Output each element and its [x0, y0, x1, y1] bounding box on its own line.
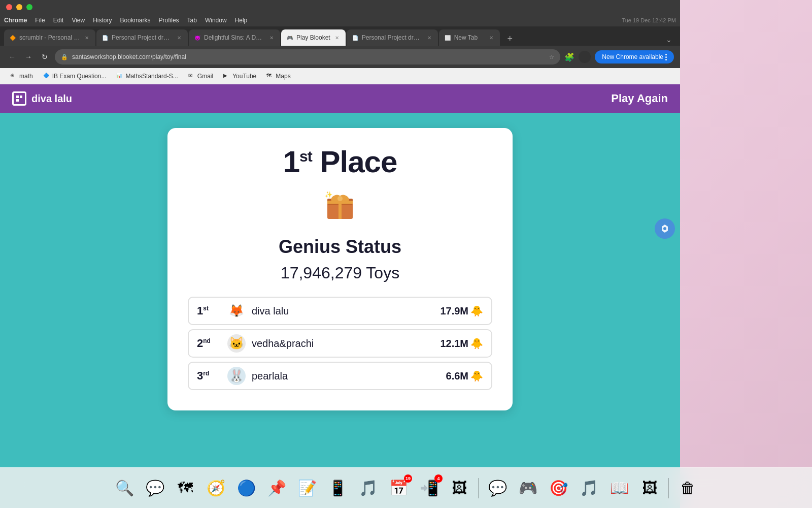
dock-trash[interactable]: 🗑: [674, 474, 701, 502]
title-bar: [0, 0, 680, 14]
dock-notes[interactable]: 📝: [293, 474, 321, 502]
clock: Tue 19 Dec 12:42 PM: [622, 17, 676, 23]
new-tab-button[interactable]: +: [503, 31, 517, 46]
menu-history[interactable]: History: [93, 17, 112, 24]
bookmark-math[interactable]: ✳ math: [6, 71, 37, 82]
url-bar[interactable]: 🔒 santasworkshop.blooket.com/play/toy/fi…: [55, 49, 560, 65]
tab-close-scrumblr[interactable]: ✕: [83, 34, 90, 41]
place-suffix: st: [299, 148, 312, 165]
maximize-button[interactable]: [26, 4, 32, 10]
toys-count: 17,946,279 Toys: [281, 264, 399, 282]
dock-roblox[interactable]: 🎮: [514, 474, 542, 502]
dock-chrome[interactable]: 🔵: [232, 474, 260, 502]
dock-maps[interactable]: 🗺: [172, 474, 199, 502]
tab-title: New Tab: [454, 34, 485, 41]
tab-favicon: ⬜: [444, 34, 451, 41]
tab-project1[interactable]: 📄 Personal Project draf... ✕: [96, 29, 188, 46]
character-emoji: ✨: [322, 187, 358, 228]
bookmark-maths[interactable]: 📊 MathsStandard-S...: [112, 71, 182, 82]
score-2: 12.1M: [440, 338, 468, 350]
tab-title: scrumblr - Personal P...: [19, 34, 80, 41]
score-1: 17.9M: [440, 305, 468, 317]
address-actions: 🧩 New Chrome available: [564, 50, 674, 64]
minimize-button[interactable]: [16, 4, 22, 10]
svg-text:✨: ✨: [325, 190, 332, 198]
extension-icon[interactable]: 🧩: [564, 52, 574, 62]
menu-tab[interactable]: Tab: [187, 17, 197, 24]
tab-close-newtab[interactable]: ✕: [488, 34, 495, 41]
tab-newtab[interactable]: ⬜ New Tab ✕: [439, 29, 500, 46]
rank-number: 1: [197, 304, 203, 317]
tab-favicon: 📄: [101, 34, 109, 41]
tab-blooket[interactable]: 🎮 Play Blooket ✕: [281, 29, 346, 46]
tab-close-project1[interactable]: ✕: [176, 34, 183, 41]
forward-button[interactable]: →: [22, 51, 35, 63]
tab-close-delightful[interactable]: ✕: [268, 34, 275, 41]
lock-icon: 🔒: [61, 54, 68, 60]
menu-bar: Chrome File Edit View History Bookmarks …: [0, 14, 680, 26]
tab-title: Personal Project draf...: [362, 34, 423, 41]
dock-iphone[interactable]: 📱: [324, 474, 351, 502]
tab-delightful[interactable]: 😈 Delightful Sins: A Dar... ✕: [189, 29, 280, 46]
tab-scrumblr[interactable]: 🔶 scrumblr - Personal P... ✕: [4, 29, 95, 46]
menu-profiles[interactable]: Profiles: [159, 17, 179, 24]
score-word: Toys: [366, 264, 399, 282]
dock-finder[interactable]: 🔍: [111, 474, 138, 502]
tab-project2[interactable]: 📄 Personal Project draf... ✕: [347, 29, 438, 46]
player-score-1: 17.9M 🐥: [440, 305, 483, 317]
reload-button[interactable]: ↻: [39, 51, 51, 63]
leaderboard-row-2: 2nd 🐱 vedha&prachi 12.1M 🐥: [188, 329, 492, 358]
menu-file[interactable]: File: [35, 17, 45, 24]
dock-safari[interactable]: 🧭: [202, 474, 229, 502]
dock-separator: [478, 478, 479, 498]
new-chrome-button[interactable]: New Chrome available: [595, 50, 674, 64]
avatar-2: 🐱: [227, 334, 246, 353]
menu-bookmarks[interactable]: Bookmarks: [120, 17, 151, 24]
dock-pinterest[interactable]: 📌: [263, 474, 290, 502]
bookmark-maps[interactable]: 🗺 Maps: [262, 71, 294, 82]
dock-photos[interactable]: 🖼: [446, 474, 473, 502]
menu-chrome[interactable]: Chrome: [4, 17, 27, 24]
dock-music[interactable]: 🎵: [354, 474, 382, 502]
bookmark-label: YouTube: [232, 73, 256, 80]
play-again-button[interactable]: Play Again: [611, 92, 668, 105]
bookmark-ib[interactable]: 🔷 IB Exam Question...: [39, 71, 111, 82]
tab-favicon: 📄: [352, 34, 359, 41]
bookmark-label: IB Exam Question...: [52, 73, 107, 80]
duck-icon-2: 🐥: [470, 337, 483, 350]
tab-list-button[interactable]: ⌄: [662, 34, 676, 46]
bookmark-label: MathsStandard-S...: [125, 73, 178, 80]
svg-rect-2: [16, 99, 19, 102]
logo-username: diva lalu: [31, 93, 72, 105]
tab-favicon: 😈: [194, 34, 201, 41]
dock-dictionary[interactable]: 📖: [605, 474, 633, 502]
profile-icon[interactable]: [579, 51, 591, 63]
blooket-float-icon[interactable]: [655, 218, 675, 239]
bookmark-favicon: 📊: [116, 73, 123, 80]
close-button[interactable]: [6, 4, 12, 10]
leaderboard: 1st 🦊 diva lalu 17.9M 🐥 2nd: [188, 297, 492, 390]
tab-close-project2[interactable]: ✕: [426, 34, 433, 41]
dock-messages[interactable]: 💬: [141, 474, 168, 502]
menu-view[interactable]: View: [72, 17, 85, 24]
bookmark-favicon: 🔷: [43, 73, 50, 80]
tab-favicon-blooket: 🎮: [286, 34, 293, 41]
duck-icon-1: 🐥: [470, 305, 483, 317]
menu-help[interactable]: Help: [235, 17, 248, 24]
menu-window[interactable]: Window: [205, 17, 227, 24]
dock-reminders[interactable]: 📲 4: [415, 474, 443, 502]
bookmark-gmail[interactable]: ✉ Gmail: [184, 71, 217, 82]
dock-focusplan[interactable]: 🎯: [545, 474, 572, 502]
dock-spotify[interactable]: 🎵: [575, 474, 602, 502]
bookmark-youtube[interactable]: ▶ YouTube: [219, 71, 260, 82]
tab-close-blooket[interactable]: ✕: [333, 34, 341, 41]
back-button[interactable]: ←: [6, 51, 18, 63]
dock-preview[interactable]: 🖼: [636, 474, 663, 502]
place-word: Place: [320, 145, 397, 179]
star-icon[interactable]: ☆: [549, 54, 554, 60]
genius-status: Genius Status: [279, 236, 401, 258]
bookmark-favicon: ✉: [188, 73, 195, 80]
menu-edit[interactable]: Edit: [53, 17, 64, 24]
dock-discord[interactable]: 💬: [484, 474, 511, 502]
dock-calendar[interactable]: 📅 19: [385, 474, 412, 502]
